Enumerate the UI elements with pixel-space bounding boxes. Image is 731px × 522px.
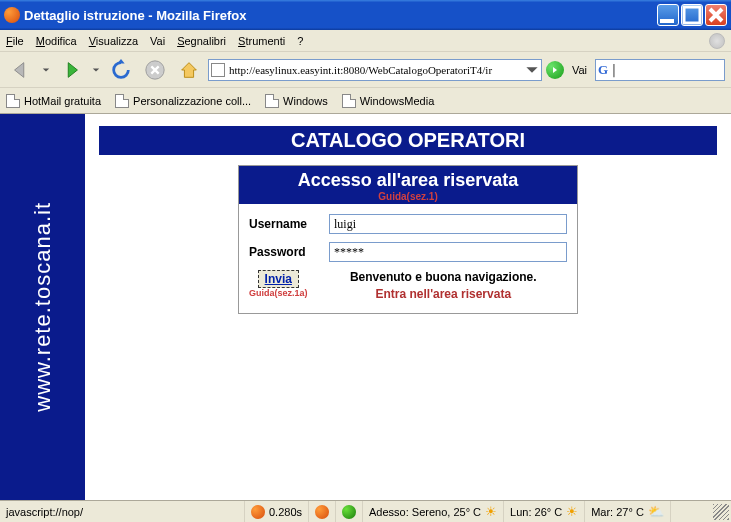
svg-rect-0 <box>660 19 674 23</box>
home-button[interactable] <box>174 56 204 84</box>
url-input[interactable] <box>229 64 521 76</box>
login-title: Accesso all'area riservata <box>239 170 577 191</box>
search-box[interactable]: G │ <box>595 59 725 81</box>
go-button[interactable] <box>546 61 564 79</box>
bookmarks-toolbar: HotMail gratuita Personalizzazione coll.… <box>0 88 731 114</box>
menu-segnalibri[interactable]: Segnalibri <box>177 35 226 47</box>
sun-icon: ☀ <box>485 504 497 519</box>
username-label: Username <box>249 217 329 231</box>
go-label: Vai <box>572 64 587 76</box>
reload-button[interactable] <box>106 56 136 84</box>
activity-throbber-icon <box>709 33 725 49</box>
login-panel: Accesso all'area riservata Guida(sez.1) … <box>238 165 578 314</box>
window-maximize-button[interactable] <box>681 4 703 26</box>
google-icon: G <box>598 62 608 78</box>
sidebar-url-text: www.rete.toscana.it <box>30 202 56 412</box>
menu-file[interactable]: File <box>6 35 24 47</box>
bookmark-label: WindowsMedia <box>360 95 435 107</box>
bookmark-label: Personalizzazione coll... <box>133 95 251 107</box>
welcome-text: Benvenuto e buona navigazione. <box>320 270 567 284</box>
status-message: javascript://nop/ <box>0 501 245 522</box>
window-close-button[interactable] <box>705 4 727 26</box>
green-dot-icon <box>342 505 356 519</box>
login-guide-link[interactable]: Guida(sez.1) <box>239 191 577 202</box>
firefox-icon <box>251 505 265 519</box>
status-extension-2[interactable] <box>336 501 363 522</box>
window-minimize-button[interactable] <box>657 4 679 26</box>
svg-rect-1 <box>684 7 700 23</box>
main-area: CATALOGO OPERATORI Accesso all'area rise… <box>85 114 731 500</box>
back-history-dropdown[interactable] <box>40 66 52 74</box>
page-icon <box>115 94 129 108</box>
back-button[interactable] <box>6 56 36 84</box>
bookmark-label: Windows <box>283 95 328 107</box>
left-sidebar: www.rete.toscana.it <box>0 114 85 500</box>
bookmark-windows[interactable]: Windows <box>265 94 328 108</box>
menu-modifica[interactable]: Modifica <box>36 35 77 47</box>
partly-cloudy-icon: ⛅ <box>648 504 664 519</box>
bookmark-windowsmedia[interactable]: WindowsMedia <box>342 94 435 108</box>
sun-icon: ☀ <box>566 504 578 519</box>
page-icon <box>6 94 20 108</box>
menu-strumenti[interactable]: Strumenti <box>238 35 285 47</box>
menu-help[interactable]: ? <box>297 35 303 47</box>
bookmark-hotmail[interactable]: HotMail gratuita <box>6 94 101 108</box>
navigation-toolbar: Vai G │ <box>0 52 731 88</box>
window-titlebar: Dettaglio istruzione - Mozilla Firefox <box>0 0 731 30</box>
firefox-icon <box>315 505 329 519</box>
page-icon <box>265 94 279 108</box>
bookmark-label: HotMail gratuita <box>24 95 101 107</box>
menu-bar: File Modifica Visualizza Vai Segnalibri … <box>0 30 731 52</box>
page-icon <box>342 94 356 108</box>
search-caret: │ <box>611 64 618 76</box>
url-history-dropdown[interactable] <box>525 63 539 77</box>
status-bar: javascript://nop/ 0.280s Adesso: Sereno,… <box>0 500 731 522</box>
forward-button[interactable] <box>56 56 86 84</box>
weather-now[interactable]: Adesso: Sereno, 25° C ☀ <box>363 501 504 522</box>
resize-grip[interactable] <box>713 504 729 520</box>
window-title: Dettaglio istruzione - Mozilla Firefox <box>24 8 657 23</box>
load-time: 0.280s <box>269 506 302 518</box>
login-header: Accesso all'area riservata Guida(sez.1) <box>239 166 577 204</box>
menu-vai[interactable]: Vai <box>150 35 165 47</box>
username-input[interactable] <box>329 214 567 234</box>
weather-tue[interactable]: Mar: 27° C ⛅ <box>585 501 671 522</box>
bookmark-personalizzazione[interactable]: Personalizzazione coll... <box>115 94 251 108</box>
page-icon <box>211 63 225 77</box>
page-content: www.rete.toscana.it CATALOGO OPERATORI A… <box>0 114 731 500</box>
page-banner: CATALOGO OPERATORI <box>99 126 717 155</box>
status-extension-1[interactable] <box>309 501 336 522</box>
address-bar[interactable] <box>208 59 542 81</box>
forward-history-dropdown[interactable] <box>90 66 102 74</box>
password-input[interactable] <box>329 242 567 262</box>
password-label: Password <box>249 245 329 259</box>
submit-button[interactable]: Invia <box>258 270 299 288</box>
enter-reserved-link[interactable]: Entra nell'area riservata <box>320 287 567 301</box>
submit-guide-link[interactable]: Guida(sez.1a) <box>249 288 308 298</box>
stop-button[interactable] <box>140 56 170 84</box>
menu-visualizza[interactable]: Visualizza <box>89 35 138 47</box>
weather-mon[interactable]: Lun: 26° C ☀ <box>504 501 585 522</box>
firefox-icon <box>4 7 20 23</box>
status-firefox[interactable]: 0.280s <box>245 501 309 522</box>
